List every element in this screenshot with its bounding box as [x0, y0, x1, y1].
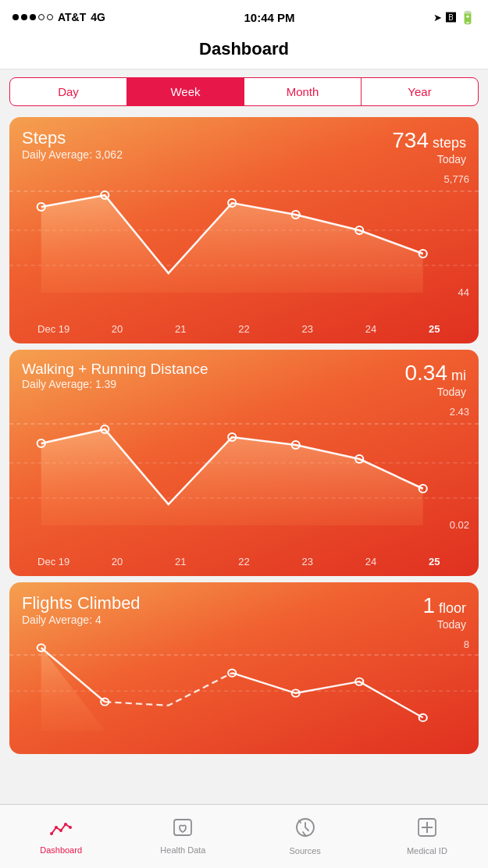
walking-period: Today	[405, 386, 467, 398]
nav-dashboard[interactable]: Dashboard	[0, 805, 122, 868]
svg-point-26	[292, 689, 300, 696]
svg-point-17	[292, 441, 300, 449]
walking-chart-svg	[9, 404, 479, 525]
walking-x4: 23	[276, 556, 339, 567]
status-bar: AT&T 4G 10:44 PM ➤ 🅱 🔋	[0, 0, 488, 31]
nav-sources-label: Sources	[289, 846, 320, 856]
carrier-label: AT&T	[58, 11, 86, 23]
nav-health-data[interactable]: Health Data	[122, 805, 244, 868]
nav-dashboard-label: Dashboard	[40, 845, 82, 855]
svg-point-23	[37, 644, 45, 651]
flights-value-area: 1 floor Today	[422, 593, 466, 631]
walking-x3: 22	[212, 556, 276, 567]
location-icon: ➤	[433, 12, 442, 23]
signal-dots	[12, 14, 53, 20]
walking-card-header: Walking + Running Distance Daily Average…	[9, 350, 479, 401]
svg-marker-13	[41, 429, 423, 525]
flights-avg: Daily Average: 4	[22, 614, 141, 626]
walking-x0: Dec 19	[22, 556, 85, 567]
walking-top-label: 2.43	[450, 406, 469, 418]
steps-chart-svg	[9, 172, 479, 293]
steps-card[interactable]: Steps Daily Average: 3,062 734 steps Tod…	[9, 117, 479, 343]
battery-icon: 🔋	[460, 10, 476, 25]
walking-x6: 25	[403, 556, 466, 567]
bottom-nav: Dashboard Health Data Sources	[0, 804, 488, 868]
nav-medical-id-label: Medical ID	[407, 846, 447, 856]
steps-x-axis: Dec 19 20 21 22 23 24 25	[9, 320, 479, 343]
svg-point-19	[419, 485, 427, 493]
svg-point-7	[292, 211, 300, 219]
flights-card-header: Flights Climbed Daily Average: 4 1 floor…	[9, 582, 479, 634]
sources-icon	[295, 817, 315, 843]
svg-point-33	[69, 826, 72, 829]
health-data-icon	[173, 818, 193, 842]
time-label: 10:44 PM	[244, 11, 294, 24]
steps-x4: 23	[276, 323, 339, 335]
svg-point-14	[37, 439, 45, 447]
svg-point-27	[355, 678, 363, 685]
flights-title: Flights Climbed	[22, 593, 141, 614]
nav-sources[interactable]: Sources	[244, 805, 366, 868]
nav-health-data-label: Health Data	[160, 845, 205, 855]
bluetooth-icon: 🅱	[446, 12, 456, 23]
tab-year[interactable]: Year	[362, 78, 478, 105]
walking-bottom-label: 0.02	[450, 519, 469, 531]
svg-point-9	[419, 250, 427, 258]
status-right: ➤ 🅱 🔋	[433, 10, 476, 25]
flights-top-label: 8	[464, 639, 469, 650]
steps-x1: 20	[85, 323, 148, 335]
period-tab-bar: Day Week Month Year	[9, 77, 479, 106]
medical-id-icon	[417, 817, 437, 843]
svg-point-18	[355, 455, 363, 463]
steps-x5: 24	[339, 323, 402, 335]
svg-point-32	[64, 823, 67, 826]
walking-x2: 21	[149, 556, 212, 567]
walking-title: Walking + Running Distance	[22, 361, 208, 378]
tab-month[interactable]: Month	[244, 78, 362, 105]
steps-title: Steps	[22, 128, 123, 148]
svg-point-29	[50, 832, 53, 835]
steps-x0: Dec 19	[22, 323, 85, 335]
cards-container: Steps Daily Average: 3,062 734 steps Tod…	[0, 114, 488, 760]
page-title: Dashboard	[0, 39, 488, 59]
nav-medical-id[interactable]: Medical ID	[366, 805, 488, 868]
steps-value: 734 steps	[392, 128, 466, 153]
tab-week[interactable]: Week	[127, 78, 244, 105]
svg-point-6	[228, 199, 236, 207]
svg-point-28	[419, 714, 427, 721]
walking-chart-area: 2.43	[9, 404, 479, 553]
svg-point-30	[55, 826, 58, 829]
svg-point-4	[37, 203, 45, 211]
walking-avg: Daily Average: 1.39	[22, 378, 208, 390]
steps-period: Today	[392, 153, 466, 165]
walking-value-area: 0.34 mi Today	[405, 361, 467, 398]
steps-top-label: 5,776	[443, 173, 469, 185]
svg-point-16	[228, 433, 236, 441]
svg-point-15	[101, 425, 109, 433]
flights-chart-svg	[9, 637, 479, 731]
svg-marker-22	[41, 648, 105, 731]
walking-x1: 20	[85, 556, 148, 567]
tab-day[interactable]: Day	[10, 78, 127, 105]
svg-point-5	[101, 191, 109, 199]
steps-card-header: Steps Daily Average: 3,062 734 steps Tod…	[9, 117, 479, 169]
steps-value-area: 734 steps Today	[392, 128, 466, 165]
steps-chart-area: 5,776	[9, 172, 479, 320]
page-content: Steps Daily Average: 3,062 734 steps Tod…	[0, 114, 488, 831]
svg-marker-3	[41, 195, 423, 293]
flights-period: Today	[422, 618, 466, 631]
svg-point-25	[228, 670, 236, 677]
walking-x-axis: Dec 19 20 21 22 23 24 25	[9, 553, 479, 575]
steps-x3: 22	[212, 323, 276, 335]
svg-point-8	[355, 226, 363, 234]
flights-card[interactable]: Flights Climbed Daily Average: 4 1 floor…	[9, 582, 479, 754]
steps-x2: 21	[149, 323, 212, 335]
steps-bottom-label: 44	[458, 286, 469, 298]
flights-chart-area: 8	[9, 637, 479, 750]
app-header: Dashboard	[0, 31, 488, 69]
status-left: AT&T 4G	[12, 11, 105, 23]
svg-point-24	[101, 698, 109, 705]
walking-card[interactable]: Walking + Running Distance Daily Average…	[9, 350, 479, 576]
dashboard-icon	[50, 818, 72, 842]
walking-x5: 24	[339, 556, 402, 567]
